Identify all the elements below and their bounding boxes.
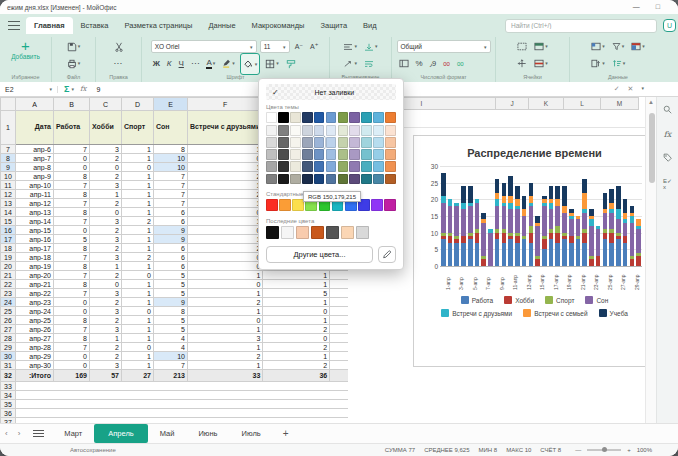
color-variant-swatch[interactable] [326,149,337,160]
color-variant-swatch[interactable] [302,174,313,185]
cell[interactable]: 8 [154,145,188,154]
color-variant-swatch[interactable] [290,149,301,160]
percent-icon[interactable]: % [414,59,425,69]
row-header[interactable]: 15 [1,217,16,226]
font-size-select[interactable]: 11▾ [260,40,290,53]
eyedropper-button[interactable] [378,246,396,263]
cell-date[interactable]: 28-апр [16,343,54,352]
move-cells-icon[interactable] [515,58,529,69]
totals-cell[interactable]: 27 [122,370,154,382]
cell-date[interactable]: 22-апр [16,289,54,298]
color-variant-swatch[interactable] [385,125,396,136]
cell[interactable]: 1 [122,154,154,163]
cell[interactable]: 2 [90,199,122,208]
cell[interactable]: 0 [54,307,90,316]
no-fill-option[interactable]: ✓ Нет заливки [266,84,396,100]
cell[interactable]: 2 [263,325,330,334]
color-variant-swatch[interactable] [349,149,360,160]
delete-row-icon[interactable]: ▾ [532,58,550,69]
filter-icon[interactable]: ▾ [610,41,627,52]
empty-cells[interactable] [16,391,378,400]
cell[interactable]: 1 [188,343,263,352]
cell[interactable]: 4 [154,334,188,343]
cell[interactable]: 1 [188,361,263,370]
cell[interactable]: 1 [122,235,154,244]
hamburger-menu-icon[interactable] [8,21,20,30]
cell[interactable]: 0 [54,361,90,370]
zoom-slider[interactable] [587,449,621,451]
cell[interactable]: 1 [122,172,154,181]
column-header-A[interactable]: A [16,98,54,111]
cell[interactable]: 3 [90,361,122,370]
fill-color-button[interactable]: ▾ [240,53,261,75]
recent-color-swatch[interactable] [281,226,294,239]
cell[interactable]: 1 [188,325,263,334]
column-header-F[interactable]: F [188,98,263,111]
cell[interactable]: 5 [154,289,188,298]
color-variant-swatch[interactable] [302,161,313,172]
color-variant-swatch[interactable] [326,174,337,185]
format-table-icon[interactable]: ▾ [629,41,647,52]
row-header[interactable]: 11 [1,181,16,190]
cell[interactable]: 3 [90,217,122,226]
cell[interactable]: 1 [122,145,154,154]
cell[interactable]: 7 [54,289,90,298]
cell[interactable]: 2 [263,361,330,370]
cell[interactable]: 1 [122,226,154,235]
cell[interactable]: 6 [154,253,188,262]
color-variant-swatch[interactable] [385,149,396,160]
cell[interactable]: 4 [154,343,188,352]
color-variant-swatch[interactable] [338,125,349,136]
save-icon[interactable]: ▾ [65,41,83,53]
row-header[interactable]: 13 [1,199,16,208]
menu-tab-Разметка страницы[interactable]: Разметка страницы [116,17,200,34]
theme-color-swatch[interactable] [338,112,349,123]
cell[interactable]: 0 [188,316,263,325]
cell[interactable]: 0 [54,163,90,172]
zoom-out-button[interactable]: — [575,447,581,453]
cell[interactable]: 0 [122,163,154,172]
other-colors-button[interactable]: Другие цвета... [266,246,373,263]
recent-color-swatch[interactable] [326,226,339,239]
font-name-select[interactable]: XO Oriel▾ [151,40,257,53]
totals-label-cell[interactable]: Итого: [16,370,54,382]
cell[interactable]: 0 [188,154,263,163]
cell[interactable]: 0 [188,208,263,217]
color-variant-swatch[interactable] [326,125,337,136]
color-variant-swatch[interactable] [302,137,313,148]
row-header[interactable]: 20 [1,262,16,271]
cell-date[interactable]: 7-апр [16,154,54,163]
color-variant-swatch[interactable] [314,161,325,172]
rotate-text-icon[interactable]: ▾ [341,59,359,69]
cell[interactable]: 1 [122,244,154,253]
header-cell[interactable]: Работа [54,111,90,145]
cell[interactable]: 0 [90,208,122,217]
cell[interactable]: 5 [263,289,330,298]
spellcheck-icon[interactable]: Е✓х [663,178,672,190]
menu-tab-Макрокоманды[interactable]: Макрокоманды [244,17,313,34]
cell[interactable]: 2 [263,343,330,352]
cell-date[interactable]: 19-апр [16,262,54,271]
empty-cells[interactable] [16,400,378,409]
cell-date[interactable]: 8-апр [16,163,54,172]
row-header[interactable]: 31 [1,361,16,370]
standard-color-swatch[interactable] [371,199,383,211]
cell-date[interactable]: 23-апр [16,298,54,307]
menu-tab-Вид[interactable]: Вид [355,17,385,34]
header-cell[interactable]: Сон [154,111,188,145]
color-variant-swatch[interactable] [314,149,325,160]
cell[interactable]: 5 [154,271,188,280]
color-variant-swatch[interactable] [290,137,301,148]
theme-color-swatch[interactable] [373,112,384,123]
underline-button[interactable]: Ч [177,59,186,69]
column-header-M[interactable]: M [601,97,639,110]
next-sheet-icon[interactable]: › [13,429,26,438]
cell-date[interactable]: 24-апр [16,307,54,316]
cell[interactable]: 7 [54,145,90,154]
cell[interactable]: 7 [54,217,90,226]
color-variant-swatch[interactable] [326,137,337,148]
recent-color-swatch[interactable] [341,226,354,239]
row-header[interactable]: 36 [1,409,16,418]
cell-date[interactable]: 12-апр [16,199,54,208]
column-header-C[interactable]: C [90,98,122,111]
